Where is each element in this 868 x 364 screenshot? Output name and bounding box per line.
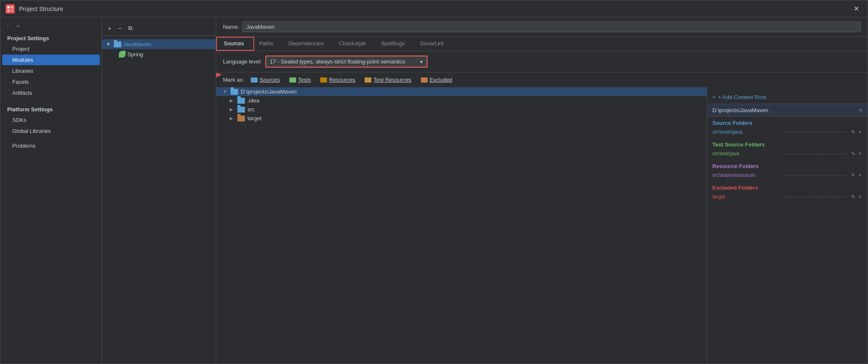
idea-folder-icon: [237, 98, 245, 104]
divider-2: [0, 137, 102, 140]
module-tree: + − ⧉ ▼ JavaMaven Spring: [102, 17, 216, 364]
edit-resource-folder-button[interactable]: ✎: [850, 172, 856, 178]
language-level-label: Language level:: [223, 58, 262, 65]
module-javamaven[interactable]: ▼ JavaMaven: [102, 39, 216, 49]
file-tree-idea[interactable]: ▶ .idea: [216, 96, 707, 105]
src-folder-icon: [237, 107, 245, 113]
mark-as-label: Mark as:: [223, 77, 244, 83]
window-title: Project Structure: [19, 6, 850, 12]
tab-sources[interactable]: Sources: [216, 37, 252, 51]
source-folders-section: Source Folders src\main\java ✎ ×: [707, 116, 868, 138]
chevron-right-icon: ▶: [230, 116, 235, 121]
file-tree-target[interactable]: ▶ target: [216, 114, 707, 123]
close-content-root-button[interactable]: ×: [859, 107, 863, 113]
sidebar-item-facets[interactable]: Facets: [2, 77, 100, 87]
sidebar-item-problems[interactable]: Problems: [2, 141, 100, 151]
delete-test-source-folder-button[interactable]: ×: [858, 151, 863, 157]
mark-sources-badge[interactable]: Sources: [248, 76, 283, 84]
close-button[interactable]: ✕: [850, 4, 863, 14]
idea-label: .idea: [247, 97, 259, 104]
chevron-down-icon: ▼: [223, 89, 228, 94]
dots-divider: [781, 175, 847, 176]
language-level-select[interactable]: 17 - Sealed types, always-strict floatin…: [266, 56, 427, 67]
tab-spotbugs[interactable]: SpotBugs: [374, 37, 412, 51]
resource-folder-path-row: src\main\resources ✎ ×: [712, 171, 863, 179]
resources-badge-icon: [320, 77, 327, 83]
source-folder-path-row: src\main\java ✎ ×: [712, 128, 863, 136]
source-folder-path: src\main\java: [712, 129, 778, 135]
edit-source-folder-button[interactable]: ✎: [850, 129, 856, 135]
files-area: ▼ D:\projects\JavaMaven ▶ .idea: [216, 87, 868, 364]
mark-as-row: Mark as: Sources Tests Resources Test Re…: [216, 72, 868, 87]
project-structure-window: Project Structure ✕ ← → Project Settings…: [0, 0, 868, 364]
forward-button[interactable]: →: [15, 22, 21, 29]
mark-excluded-badge[interactable]: Excluded: [418, 76, 455, 84]
file-tree: ▼ D:\projects\JavaMaven ▶ .idea: [216, 87, 707, 364]
resource-folders-section: Resource Folders src\main\resources ✎ ×: [707, 160, 868, 181]
plus-icon: +: [712, 94, 716, 100]
edit-excluded-folder-button[interactable]: ✎: [850, 194, 856, 200]
chevron-right-icon: ▶: [230, 107, 235, 112]
name-input[interactable]: [242, 22, 861, 32]
source-folders-title: Source Folders: [712, 120, 863, 126]
tab-dependencies[interactable]: Dependencies: [281, 37, 331, 51]
module-spring[interactable]: Spring: [102, 49, 216, 59]
mark-test-resources-badge[interactable]: Test Resources: [362, 76, 414, 84]
delete-source-folder-button[interactable]: ×: [858, 129, 863, 135]
module-spring-label: Spring: [127, 51, 143, 58]
tab-sonarlint[interactable]: SonarLint: [412, 37, 451, 51]
tab-checkstyle[interactable]: Checkstyle: [331, 37, 374, 51]
sidebar-item-artifacts[interactable]: Artifacts: [2, 88, 100, 98]
test-source-folder-path-row: src\test\java ✎ ×: [712, 149, 863, 158]
excluded-folders-title: Excluded Folders: [712, 185, 863, 191]
module-javamaven-label: JavaMaven: [123, 41, 151, 47]
excluded-folders-section: Excluded Folders target ✎ ×: [707, 181, 868, 203]
sidebar-nav: ← →: [0, 21, 102, 31]
app-icon: [5, 4, 15, 14]
svg-rect-1: [11, 6, 13, 8]
excluded-folder-path-row: target ✎ ×: [712, 193, 863, 201]
svg-rect-2: [7, 9, 10, 12]
tree-toolbar: + − ⧉: [102, 21, 216, 36]
divider: [0, 99, 102, 102]
tab-paths[interactable]: Paths: [252, 37, 281, 51]
sources-badge-icon: [251, 77, 258, 83]
folder-icon: [114, 41, 121, 47]
content-area: Name: Sources Paths Dependencies Checkst…: [216, 17, 868, 364]
language-level-row: Language level: 17 - Sealed types, alway…: [216, 51, 868, 72]
mark-resources-badge[interactable]: Resources: [318, 76, 358, 84]
add-content-root-button[interactable]: + + Add Content Root: [707, 91, 868, 104]
add-module-button[interactable]: +: [106, 24, 113, 33]
sidebar-item-global-libraries[interactable]: Global Libraries: [2, 126, 100, 136]
resource-folder-path: src\main\resources: [712, 172, 778, 178]
svg-rect-3: [11, 9, 13, 12]
chevron-right-icon: ▶: [230, 98, 235, 103]
language-level-highlight: 17 - Sealed types, always-strict floatin…: [265, 55, 428, 68]
target-label: target: [247, 115, 261, 121]
dots-divider: [781, 132, 847, 132]
sidebar-item-libraries[interactable]: Libraries: [2, 66, 100, 76]
file-tree-root[interactable]: ▼ D:\projects\JavaMaven: [216, 87, 707, 96]
svg-rect-0: [7, 6, 10, 8]
sidebar-item-modules[interactable]: Modules: [2, 55, 100, 65]
root-folder-icon: [231, 89, 238, 95]
sidebar-item-project[interactable]: Project: [2, 44, 100, 54]
mark-tests-badge[interactable]: Tests: [287, 76, 313, 84]
sidebar: ← → Project Settings Project Modules Lib…: [0, 17, 102, 364]
project-settings-label: Project Settings: [0, 31, 102, 43]
copy-module-button[interactable]: ⧉: [126, 24, 134, 33]
chevron-down-icon: ▼: [106, 42, 112, 47]
name-row: Name:: [216, 17, 868, 37]
right-panel: + + Add Content Root D:\projects\JavaMav…: [707, 87, 868, 364]
delete-excluded-folder-button[interactable]: ×: [858, 194, 863, 200]
title-bar: Project Structure ✕: [0, 0, 868, 17]
edit-test-source-folder-button[interactable]: ✎: [850, 151, 856, 157]
delete-resource-folder-button[interactable]: ×: [858, 172, 863, 178]
root-path-label: D:\projects\JavaMaven: [241, 88, 297, 95]
file-tree-src[interactable]: ▶ src: [216, 105, 707, 114]
sidebar-item-sdks[interactable]: SDKs: [2, 115, 100, 125]
back-button[interactable]: ←: [5, 22, 11, 29]
target-folder-icon: [237, 116, 245, 121]
remove-module-button[interactable]: −: [116, 24, 123, 33]
excluded-badge-icon: [421, 77, 428, 83]
